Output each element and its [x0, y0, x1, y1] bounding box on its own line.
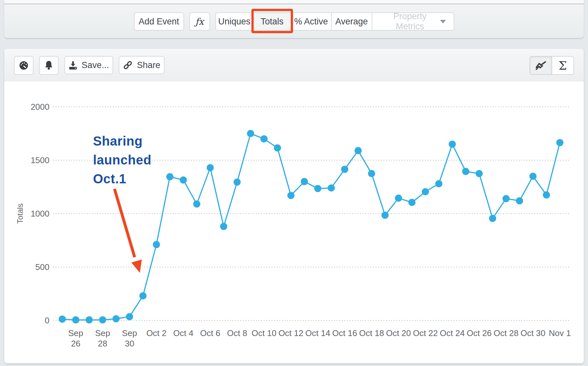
chart-point-oct-1[interactable] [140, 292, 147, 300]
chart-point-oct-30[interactable] [529, 173, 537, 180]
chart-toolbar: Save... Share [4, 49, 584, 81]
chart-point-oct-22[interactable] [422, 188, 429, 195]
chart-point-oct-10[interactable] [261, 135, 268, 142]
chart-point-sep-27[interactable] [86, 316, 93, 323]
chart-type-toggle: Σ [529, 56, 574, 75]
chart-point-oct-21[interactable] [408, 199, 416, 206]
chart-point-oct-5[interactable] [193, 200, 200, 207]
metric-segmented-control: Uniques Totals % Active Average Property… [215, 12, 454, 31]
tab-totals[interactable]: Totals [253, 12, 291, 31]
line-chart-icon [535, 61, 547, 70]
chart-point-oct-18[interactable] [368, 170, 375, 177]
chart-point-oct-24[interactable] [449, 141, 456, 148]
chart-point-oct-31[interactable] [543, 191, 550, 199]
chart-point-oct-25[interactable] [462, 168, 469, 175]
tab-uniques[interactable]: Uniques [215, 12, 254, 31]
chart-point-oct-9[interactable] [247, 130, 254, 137]
chart-point-sep-30[interactable] [126, 313, 133, 320]
link-icon [123, 60, 133, 70]
sigma-toggle-button[interactable]: Σ [552, 57, 574, 74]
property-metrics-dropdown[interactable]: Property Metrics [372, 12, 454, 31]
share-button[interactable]: Share [119, 56, 165, 74]
add-event-button[interactable]: Add Event [134, 12, 184, 31]
chart-point-oct-8[interactable] [234, 178, 241, 186]
chart-point-oct-16[interactable] [341, 166, 348, 173]
chart-point-sep-25[interactable] [59, 316, 66, 323]
chart-point-oct-2[interactable] [153, 241, 160, 248]
chart-point-sep-29[interactable] [113, 315, 120, 322]
chart-point-sep-28[interactable] [99, 316, 106, 323]
dashboard-gauge-button[interactable] [14, 56, 33, 75]
sigma-icon: Σ [559, 59, 567, 72]
chart-point-oct-17[interactable] [354, 147, 362, 154]
chart-point-oct-3[interactable] [166, 173, 173, 180]
chart-point-oct-12[interactable] [287, 192, 294, 199]
annotation-line: Oct.1 [93, 169, 152, 188]
tab-totals-label: Totals [261, 17, 284, 27]
chart-point-oct-20[interactable] [395, 194, 402, 202]
chart-point-oct-19[interactable] [381, 212, 389, 219]
chart-point-oct-23[interactable] [435, 180, 442, 187]
alerts-bell-button[interactable] [39, 56, 59, 75]
annotation-line: launched [93, 150, 152, 169]
chart-panel: Save... Share [4, 49, 584, 363]
property-metrics-label: Property Metrics [380, 11, 440, 32]
save-button[interactable]: Save... [64, 56, 113, 74]
chart-point-oct-26[interactable] [475, 170, 483, 177]
annotation-text: Sharing launched Oct.1 [93, 132, 152, 188]
chart-point-oct-27[interactable] [489, 215, 496, 222]
chart-point-oct-28[interactable] [502, 195, 510, 202]
chart-point-oct-7[interactable] [220, 223, 227, 230]
chart-point-sep-26[interactable] [72, 316, 79, 323]
metric-toolbar: Add Event ƒx Uniques Totals % Active Ave… [4, 5, 584, 38]
chart-point-oct-6[interactable] [207, 164, 214, 171]
chart-point-oct-29[interactable] [516, 197, 523, 204]
gauge-icon [19, 61, 29, 70]
tab-percent-active[interactable]: % Active [291, 12, 332, 31]
save-button-label: Save... [82, 60, 109, 70]
tab-average[interactable]: Average [331, 12, 372, 31]
top-strip [4, 0, 584, 4]
fx-button[interactable]: ƒx [189, 12, 210, 31]
chart-point-oct-14[interactable] [314, 185, 321, 192]
chart-point-oct-13[interactable] [301, 178, 308, 185]
top-toolbar-panel: Add Event ƒx Uniques Totals % Active Ave… [4, 0, 584, 38]
chart-point-oct-4[interactable] [180, 176, 187, 184]
bell-icon [44, 61, 53, 70]
line-chart-toggle-button[interactable] [530, 57, 552, 74]
chart-point-oct-15[interactable] [328, 184, 335, 191]
share-button-label: Share [137, 60, 160, 70]
chevron-down-icon [440, 20, 446, 23]
page: Add Event ƒx Uniques Totals % Active Ave… [0, 0, 588, 366]
chart-point-oct-11[interactable] [274, 144, 281, 151]
chart-point-nov-1[interactable] [556, 139, 563, 146]
annotation-line: Sharing [93, 132, 152, 150]
download-icon [69, 61, 77, 70]
fx-label: ƒx [195, 16, 204, 27]
